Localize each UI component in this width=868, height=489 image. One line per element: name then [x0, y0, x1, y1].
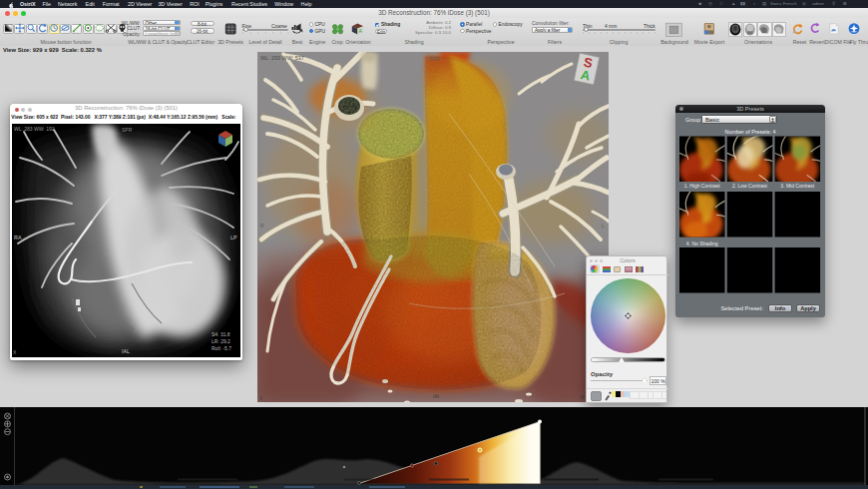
svg-text:WL: 283 WW: 192: WL: 283 WW: 192	[14, 126, 55, 132]
svg-text:IAI: IAI	[433, 393, 439, 399]
svg-text:4. No Shading: 4. No Shading	[686, 241, 718, 246]
svg-text:L: L	[602, 223, 605, 229]
svg-text:R: R	[260, 223, 264, 229]
svg-text:SPR: SPR	[122, 127, 133, 133]
svg-text:RA: RA	[14, 235, 22, 241]
svg-text:2. Low Contrast: 2. Low Contrast	[732, 183, 768, 189]
svg-text:3. Mid Contrast: 3. Mid Contrast	[780, 183, 815, 189]
svg-text:1. High Contrast: 1. High Contrast	[684, 183, 721, 189]
svg-text:R: R	[581, 394, 585, 400]
svg-text:LR: 29.2: LR: 29.2	[212, 338, 230, 344]
svg-text:SPR: SPR	[429, 56, 440, 62]
svg-text:Roll: -5.7: Roll: -5.7	[212, 345, 231, 351]
svg-text:IAL: IAL	[122, 348, 130, 354]
svg-text:LP: LP	[230, 235, 237, 241]
svg-text:WL: 293 WW: 537: WL: 293 WW: 537	[260, 55, 304, 61]
svg-text:S4: 31.8: S4: 31.8	[212, 331, 230, 337]
